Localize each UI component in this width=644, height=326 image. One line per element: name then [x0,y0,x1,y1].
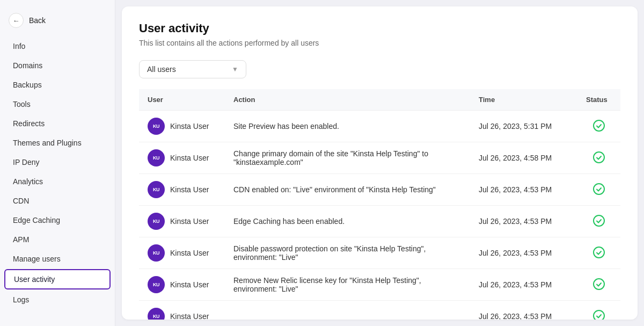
sidebar-item-logs[interactable]: Logs [4,291,111,309]
success-icon [593,151,605,163]
cell-status [577,142,620,174]
sidebar-item-info[interactable]: Info [4,37,111,55]
sidebar-item-backups[interactable]: Backups [4,76,111,94]
cell-status [577,174,620,206]
avatar: KU [148,276,165,293]
sidebar-nav: InfoDomainsBackupsToolsRedirectsThemes a… [0,37,115,309]
filter-row: All users ▼ [139,60,620,78]
cell-user: KU Kinsta User [139,174,225,206]
avatar-text: KU [153,219,159,224]
avatar: KU [148,308,165,320]
cell-action: Remove New Relic license key for "Kinsta… [225,269,470,301]
svg-point-5 [594,279,604,289]
sidebar-item-themes-plugins[interactable]: Themes and Plugins [4,134,111,152]
sidebar: ← Back InfoDomainsBackupsToolsRedirectsT… [0,0,115,326]
user-name: Kinsta User [170,312,209,320]
cell-action: Edge Caching has been enabled. [225,206,470,237]
cell-user: KU Kinsta User [139,111,225,142]
svg-point-1 [594,152,604,163]
avatar: KU [148,118,165,135]
cell-user: KU Kinsta User [139,142,225,174]
dropdown-value: All users [147,65,176,74]
col-header-action: Action [225,89,470,111]
sidebar-item-user-activity[interactable]: User activity [4,269,111,289]
svg-point-3 [594,215,604,226]
sidebar-item-analytics[interactable]: Analytics [4,172,111,191]
user-cell: KU Kinsta User [148,244,216,262]
cell-action: CDN enabled on: "Live" environment of "K… [225,174,470,206]
avatar-text: KU [153,250,159,256]
back-button[interactable]: ← Back [0,9,115,37]
user-name: Kinsta User [170,280,209,289]
cell-time: Jul 26, 2023, 4:53 PM [470,174,577,206]
cell-status [577,237,620,269]
sidebar-item-cdn[interactable]: CDN [4,192,111,210]
sidebar-item-edge-caching[interactable]: Edge Caching [4,211,111,229]
table-row: KU Kinsta User Change primary domain of … [139,142,620,174]
success-icon [593,120,605,132]
table-row: KU Kinsta User Site Preview has been ena… [139,111,620,142]
cell-action: Disable password protection on site "Kin… [225,237,470,269]
sidebar-item-tools[interactable]: Tools [4,95,111,113]
user-cell: KU Kinsta User [148,308,216,320]
table-row: KU Kinsta User CDN enabled on: "Live" en… [139,174,620,206]
user-filter-dropdown[interactable]: All users ▼ [139,60,246,78]
sidebar-item-manage-users[interactable]: Manage users [4,250,111,268]
table-header-row: User Action Time Status [139,89,620,111]
avatar-text: KU [153,187,159,192]
col-header-status: Status [577,89,620,111]
avatar-text: KU [153,155,159,161]
cell-action: Site Preview has been enabled. [225,111,470,142]
cell-status [577,301,620,320]
cell-status [577,206,620,237]
page-title: User activity [139,21,620,35]
col-header-time: Time [470,89,577,111]
cell-user: KU Kinsta User [139,206,225,237]
success-icon [593,183,605,195]
sidebar-item-redirects[interactable]: Redirects [4,114,111,133]
table-row: KU Kinsta User Remove New Relic license … [139,269,620,301]
user-name: Kinsta User [170,217,209,226]
svg-point-2 [594,184,604,194]
success-icon [593,310,605,320]
avatar: KU [148,149,165,166]
cell-user: KU Kinsta User [139,237,225,269]
cell-status [577,111,620,142]
page-subtitle: This list contains all the actions perfo… [139,39,620,47]
success-icon [593,278,605,290]
success-icon [593,247,605,258]
user-cell: KU Kinsta User [148,181,216,198]
user-name: Kinsta User [170,122,209,131]
cell-time: Jul 26, 2023, 5:31 PM [470,111,577,142]
main-content: User activity This list contains all the… [122,6,638,320]
sidebar-item-domains[interactable]: Domains [4,56,111,75]
cell-user: KU Kinsta User [139,301,225,320]
svg-point-6 [594,310,604,320]
avatar-text: KU [153,314,159,319]
cell-user: KU Kinsta User [139,269,225,301]
avatar: KU [148,213,165,230]
user-cell: KU Kinsta User [148,118,216,135]
cell-action [225,301,470,320]
user-cell: KU Kinsta User [148,276,216,293]
table-row: KU Kinsta User Edge Caching has been ena… [139,206,620,237]
avatar: KU [148,181,165,198]
avatar-text: KU [153,282,159,287]
table-row: KU Kinsta User Disable password protecti… [139,237,620,269]
chevron-down-icon: ▼ [232,66,238,73]
cell-time: Jul 26, 2023, 4:53 PM [470,206,577,237]
back-label: Back [29,16,46,25]
user-name: Kinsta User [170,249,209,257]
cell-action: Change primary domain of the site "Kinst… [225,142,470,174]
sidebar-item-ip-deny[interactable]: IP Deny [4,153,111,171]
avatar-text: KU [153,124,159,129]
sidebar-item-apm[interactable]: APM [4,230,111,249]
svg-point-4 [594,247,604,258]
cell-status [577,269,620,301]
user-name: Kinsta User [170,154,209,162]
user-cell: KU Kinsta User [148,213,216,230]
cell-time: Jul 26, 2023, 4:58 PM [470,142,577,174]
cell-time: Jul 26, 2023, 4:53 PM [470,237,577,269]
success-icon [593,215,605,227]
svg-point-0 [594,120,604,131]
